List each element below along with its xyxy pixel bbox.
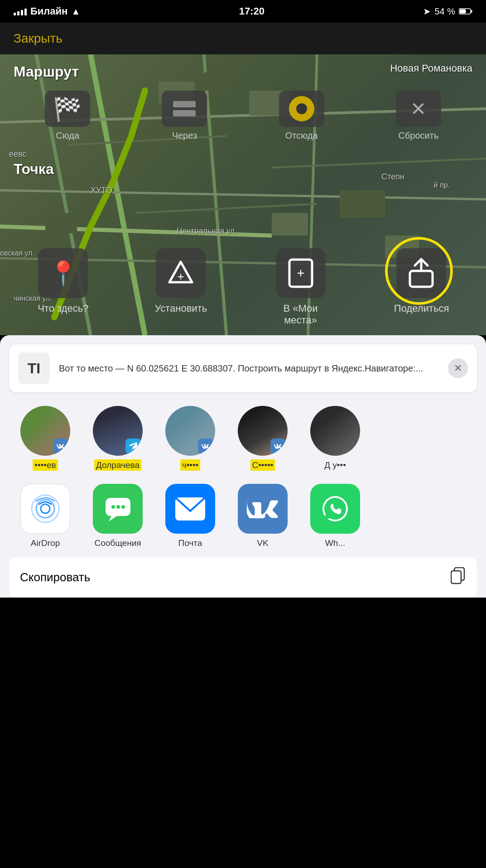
- via-icon-box: [162, 91, 207, 127]
- action-btn-what[interactable]: 📍 Что здесь?: [38, 248, 88, 326]
- location-arrow-icon: ➤: [423, 6, 431, 17]
- preview-close-button[interactable]: ✕: [448, 358, 468, 378]
- set-label: Установить: [155, 303, 207, 314]
- mail-svg: [174, 497, 206, 521]
- app-item-whatsapp[interactable]: Wh...: [299, 484, 371, 548]
- mail-icon-box: [165, 484, 215, 534]
- app-item-messages[interactable]: Сообщения: [82, 484, 154, 548]
- status-left: Билайн ▲: [14, 5, 80, 17]
- contact-name-1: ••••ев: [33, 460, 58, 470]
- app-item-airdrop[interactable]: AirDrop: [9, 484, 82, 548]
- x-icon: ✕: [410, 98, 426, 120]
- svg-point-34: [121, 505, 125, 509]
- contact-item-1[interactable]: ••••ев: [9, 406, 82, 470]
- contact-avatar-3: [165, 406, 215, 456]
- route-btn-here[interactable]: 🏁 Сюда: [45, 91, 90, 141]
- svg-text:+: +: [178, 270, 184, 283]
- avatar-image-5: [310, 406, 360, 456]
- action-btn-set[interactable]: + Установить: [155, 248, 207, 326]
- app-item-mail[interactable]: Почта: [154, 484, 226, 548]
- contact-avatar-2: [93, 406, 143, 456]
- flag-icon: 🏁: [53, 95, 82, 123]
- set-icon-svg: +: [167, 260, 194, 287]
- messages-icon-box: [93, 484, 143, 534]
- vk-icon-box: [238, 484, 288, 534]
- svg-line-12: [272, 159, 486, 168]
- action-btn-share[interactable]: Поделиться: [394, 248, 448, 326]
- route-btn-reset[interactable]: ✕ Сбросить: [396, 91, 441, 141]
- contact-item-3[interactable]: ч••••: [154, 406, 226, 470]
- here-icon-box: 🏁: [45, 91, 90, 127]
- share-icon-box: [396, 248, 446, 298]
- reset-label: Сбросить: [398, 130, 438, 141]
- svg-point-32: [111, 505, 115, 509]
- mail-label: Почта: [178, 538, 202, 548]
- map-container: Маршрут Новая Романовка еевс овская ул. …: [0, 54, 486, 335]
- preview-icon: TI: [18, 352, 50, 384]
- contact-item-4[interactable]: С•••••: [226, 406, 299, 470]
- signal-bar-1: [14, 13, 16, 15]
- myplaces-label: В «Мои места»: [274, 303, 328, 326]
- contact-name-4: С•••••: [250, 460, 275, 470]
- from-icon-box: [279, 91, 324, 127]
- status-time: 17:20: [239, 5, 265, 17]
- route-btn-from[interactable]: Отсюда: [279, 91, 324, 141]
- airdrop-label: AirDrop: [31, 538, 60, 548]
- whatsapp-icon-box: [310, 484, 360, 534]
- battery-icon: [459, 8, 472, 15]
- share-sheet: TI Вот то место — N 60.025621 E 30.68830…: [0, 335, 486, 598]
- carrier-label: Билайн: [30, 5, 67, 17]
- share-preview: TI Вот то место — N 60.025621 E 30.68830…: [9, 344, 477, 392]
- contact-avatar-5: [310, 406, 360, 456]
- action-btn-myplaces[interactable]: + В «Мои места»: [274, 248, 328, 326]
- map-actions: 📍 Что здесь? + Установить + В «Мои мес: [0, 248, 486, 326]
- map-street-hut: ХУТО: [91, 186, 112, 195]
- copy-action[interactable]: Скопировать: [9, 557, 477, 598]
- map-top-right-label: Новая Романовка: [390, 63, 472, 74]
- app-item-vk[interactable]: VK: [226, 484, 299, 548]
- what-label: Что здесь?: [38, 303, 88, 314]
- svg-rect-25: [410, 271, 433, 287]
- wifi-icon: ▲: [71, 6, 80, 17]
- svg-rect-17: [45, 213, 77, 233]
- tochka-label: Точка: [14, 161, 54, 178]
- airdrop-svg: [29, 493, 61, 525]
- via-icon: [173, 101, 196, 116]
- vk-svg: [247, 499, 279, 518]
- svg-marker-31: [109, 516, 117, 521]
- route-btn-via[interactable]: Через: [162, 91, 207, 141]
- whatsapp-svg: [321, 494, 350, 524]
- copy-label: Скопировать: [20, 570, 90, 584]
- apps-row: AirDrop Сообщения: [0, 479, 486, 557]
- myplaces-icon-box: +: [276, 248, 326, 298]
- location-pin-icon: 📍: [48, 260, 78, 287]
- vk-label: VK: [257, 538, 268, 548]
- contact-badge-telegram-2: [125, 439, 141, 454]
- close-button[interactable]: Закрыть: [14, 31, 63, 46]
- svg-text:+: +: [297, 265, 305, 280]
- action-rows: Скопировать: [9, 557, 477, 598]
- messages-label: Сообщения: [94, 538, 141, 548]
- route-controls: 🏁 Сюда Через: [0, 91, 486, 141]
- contact-name-5: Д у•••: [324, 460, 346, 470]
- share-icon-svg: [408, 257, 435, 289]
- contact-name-3: ч••••: [180, 460, 201, 470]
- contact-name-2: Долрачева: [94, 460, 141, 470]
- svg-rect-2: [459, 10, 466, 14]
- airdrop-rings-container: [29, 493, 61, 525]
- airdrop-icon-box: [20, 484, 70, 534]
- svg-line-8: [0, 190, 486, 199]
- signal-bar-4: [24, 9, 27, 15]
- reset-icon-box: ✕: [396, 91, 441, 127]
- svg-rect-1: [471, 10, 472, 13]
- signal-bar-3: [21, 10, 23, 15]
- battery-percent: 54 %: [434, 6, 455, 17]
- map-title-text: Маршрут: [14, 63, 79, 80]
- copy-icon: [451, 567, 466, 588]
- from-label: Отсюда: [285, 130, 318, 141]
- map-street-step: Степн: [381, 172, 404, 182]
- svg-point-33: [116, 505, 120, 509]
- contact-item-2[interactable]: Долрачева: [82, 406, 154, 470]
- signal-bar-2: [17, 11, 19, 15]
- contact-item-5[interactable]: Д у•••: [299, 406, 371, 470]
